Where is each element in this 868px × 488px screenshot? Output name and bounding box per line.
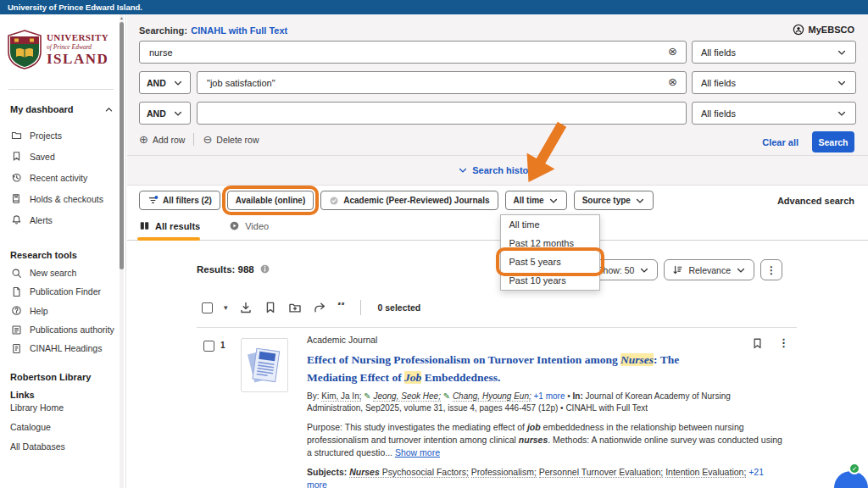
subject-link[interactable]: Nurses Psychosocial Factors; [349, 467, 469, 478]
caret-down-icon[interactable]: ▾ [224, 303, 228, 312]
subject-link[interactable]: Professionalism; [471, 467, 537, 478]
share-icon[interactable] [313, 301, 326, 314]
bulk-actions-toolbar: ▾ “ 0 selected [202, 300, 420, 315]
sidebar-item-holds-checkouts[interactable]: Holds & checkouts [0, 188, 125, 209]
clear-input-icon[interactable]: ⊗ [668, 46, 677, 58]
sidebar-item-cinahl-headings[interactable]: CINAHL Headings [0, 339, 125, 358]
research-tools-header: Research tools [10, 247, 77, 262]
sidebar-scrollbar-thumb[interactable] [120, 22, 124, 269]
research-tools-items: New search Publication Finder Help Publi… [0, 263, 125, 358]
sidebar-item-recent-activity[interactable]: Recent activity [0, 167, 125, 188]
sidebar-item-help[interactable]: Help [0, 302, 125, 320]
menu-option-past-12-months[interactable]: Past 12 months [501, 234, 599, 252]
plus-circle-icon: ⊕ [139, 134, 148, 145]
sidebar-item-alerts[interactable]: Alerts [0, 209, 125, 230]
search-term-input-3[interactable] [197, 102, 687, 125]
download-icon[interactable] [239, 301, 253, 314]
search-history-toggle[interactable]: Search history [458, 165, 537, 175]
article-thumbnail-icon [244, 341, 285, 389]
sort-dropdown[interactable]: Relevance [664, 259, 754, 280]
divider [193, 133, 194, 146]
all-filters-button[interactable]: All filters (2) [139, 191, 220, 210]
result-title-link[interactable]: Effect of Nursing Professionalism on Tur… [307, 351, 719, 386]
menu-option-all-time[interactable]: All time [501, 215, 599, 234]
select-all-checkbox[interactable] [202, 302, 213, 313]
results-count-label: Results: 988 [197, 264, 254, 274]
sidebar-item-projects[interactable]: Projects [0, 125, 125, 146]
author-link[interactable]: Jeong, Seok Hee; [373, 391, 441, 402]
institution-bar: University of Prince Edward Island. [0, 0, 868, 14]
abstract-term: job [527, 422, 541, 432]
peer-reviewed-filter[interactable]: Academic (Peer-Reviewed) Journals [320, 191, 498, 210]
field-select-1[interactable]: All fields [692, 41, 856, 64]
result-thumbnail[interactable] [241, 338, 288, 392]
tab-all-results[interactable]: All results [139, 220, 200, 231]
bullet: • [567, 391, 570, 401]
add-row-label: Add row [153, 135, 186, 145]
add-to-folder-icon[interactable] [288, 301, 302, 314]
database-link[interactable]: CINAHL with Full Text [191, 25, 287, 36]
show-more-link[interactable]: Show more [395, 447, 440, 458]
upei-logo[interactable]: UNIVERSITY of Prince Edward ISLAND [7, 30, 108, 69]
search-button[interactable]: Search [812, 131, 854, 152]
scroll-up-icon[interactable]: ▲ [120, 15, 124, 20]
divider [360, 300, 361, 315]
field-select-2[interactable]: All fields [692, 71, 856, 94]
sidebar-item-publications-authority[interactable]: Publications authority [0, 320, 125, 339]
myebsco-button[interactable]: MyEBSCO [793, 24, 854, 36]
add-row-button[interactable]: ⊕ Add row [139, 134, 185, 145]
author-link[interactable]: Chang, Hyoung Eun; [453, 391, 531, 402]
source-type-dropdown[interactable]: Source type [574, 191, 654, 210]
sidebar-item-label: Projects [30, 130, 62, 141]
sidebar-item-label: Holds & checkouts [30, 194, 103, 204]
search-term-input-2[interactable] [197, 71, 687, 94]
clear-input-icon[interactable]: ⊗ [668, 76, 677, 88]
upei-logo-text: UNIVERSITY of Prince Edward ISLAND [47, 33, 108, 67]
cite-icon[interactable]: “ [337, 302, 347, 313]
chevron-down-icon [173, 108, 183, 119]
sidebar-item-label: Alerts [30, 215, 53, 225]
sidebar-item-library-home[interactable]: Library Home [0, 397, 125, 417]
menu-option-past-5-years[interactable]: Past 5 years [501, 252, 599, 271]
sidebar: UNIVERSITY of Prince Edward ISLAND My da… [0, 14, 126, 488]
sidebar-item-saved[interactable]: Saved [0, 146, 125, 167]
tab-video[interactable]: Video [229, 220, 269, 231]
history-icon [11, 172, 22, 183]
subject-link[interactable]: Personnel Turnover Evaluation; [539, 467, 664, 478]
clear-all-link[interactable]: Clear all [762, 137, 798, 147]
field-select-3[interactable]: All fields [692, 102, 856, 125]
time-filter-menu: All time Past 12 months Past 5 years Pas… [500, 214, 600, 291]
all-filters-label: All filters (2) [163, 196, 212, 205]
time-filter-dropdown[interactable]: All time All time Past 12 months Past 5 … [505, 191, 567, 210]
operator-select-2[interactable]: AND [139, 71, 191, 94]
author-link[interactable]: Kim, Ja In; [321, 391, 361, 402]
delete-row-button[interactable]: ⊖ Delete row [203, 134, 259, 145]
sidebar-section-my-dashboard[interactable]: My dashboard [10, 104, 114, 114]
results-tabs: All results Video [139, 220, 269, 231]
menu-option-past-10-years[interactable]: Past 10 years [501, 271, 599, 290]
advanced-search-link[interactable]: Advanced search [777, 196, 854, 206]
upei-crest-icon [7, 30, 42, 69]
more-authors-link[interactable]: +1 more [534, 391, 565, 401]
result-item: Academic Journal Effect of Nursing Profe… [307, 335, 783, 488]
sidebar-item-all-databases[interactable]: All Databases [0, 436, 125, 456]
info-icon[interactable] [259, 263, 270, 274]
sidebar-item-catalogue[interactable]: Catalogue [0, 417, 125, 436]
bullet: • [560, 403, 564, 413]
sidebar-item-new-search[interactable]: New search [0, 263, 125, 282]
subject-link[interactable]: Intention Evaluation; [665, 467, 746, 478]
more-options-button[interactable]: ⋮ [760, 259, 782, 280]
filter-icon [147, 195, 159, 206]
search-term-input-1[interactable] [139, 41, 687, 64]
sort-label: Relevance [688, 265, 731, 275]
operator-select-3[interactable]: AND [139, 102, 191, 125]
my-dashboard-header: My dashboard [10, 104, 74, 114]
result-checkbox[interactable] [203, 341, 214, 352]
sidebar-item-publication-finder[interactable]: Publication Finder [0, 282, 125, 301]
result-abstract: Purpose: This study investigates the med… [307, 421, 783, 459]
bookmark-icon[interactable] [264, 301, 277, 314]
operator-value: AND [147, 78, 166, 88]
help-icon [11, 305, 22, 316]
available-online-filter[interactable]: Available (online) [227, 191, 314, 210]
logo-line2: of Prince Edward [47, 44, 108, 51]
